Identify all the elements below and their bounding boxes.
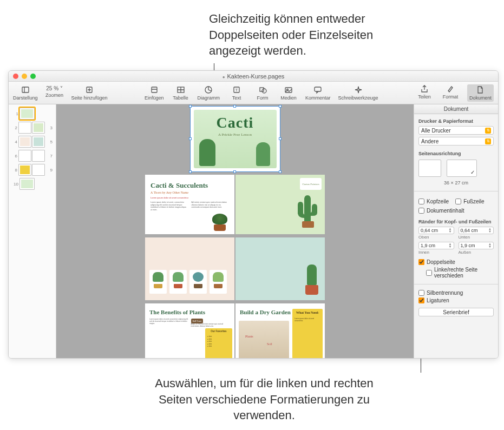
hero-subtitle: A Prickle Free Lesson — [191, 133, 280, 137]
thumbnail-page[interactable] — [32, 150, 45, 162]
printer-select[interactable]: Alle Drucker ⇅ — [418, 126, 494, 135]
comment-button[interactable]: Kommentar — [305, 85, 331, 101]
selection-handle[interactable] — [189, 105, 192, 108]
portrait-button[interactable] — [418, 160, 441, 177]
document-page[interactable]: The Past +Future ofSucculents Lorem ipsu… — [145, 237, 234, 300]
page-spread: The Past +Future ofSucculents Lorem ipsu… — [145, 237, 325, 300]
stepper-arrows-icon[interactable]: ▲▼ — [488, 243, 492, 248]
page-heading: The Benefits of Plants — [145, 303, 234, 317]
thumbnail-page[interactable] — [19, 108, 35, 120]
selection-handle[interactable] — [279, 105, 282, 108]
document-button[interactable]: Dokument — [467, 84, 494, 102]
zoom-select[interactable]: 25 % ˅ Zoomen — [45, 85, 64, 101]
chevron-updown-icon: ⇅ — [485, 138, 491, 144]
callout-bottom-text: Auswählen, um für die linken und rechten… — [140, 375, 389, 424]
table-button[interactable]: Tabelle — [172, 85, 190, 101]
thumbnail-page[interactable] — [32, 136, 45, 148]
sparkle-icon — [354, 85, 363, 94]
document-page[interactable]: Build a Dry Garden Plants Soil What You … — [235, 303, 325, 358]
chart-icon — [204, 85, 213, 94]
close-icon[interactable] — [13, 74, 18, 79]
margin-bottom-stepper[interactable]: 0,64 cm▲▼ — [459, 227, 494, 234]
thumbnail-row[interactable]: 2 3 — [11, 122, 54, 134]
thumbnail-row[interactable]: 10 — [11, 178, 54, 190]
comment-icon — [313, 85, 322, 94]
photo — [239, 321, 289, 358]
comment-label: Kommentar — [305, 95, 331, 101]
stepper-label: Innen — [418, 250, 454, 255]
document-canvas[interactable]: Cacti A Prickle Free Lesson Ca — [56, 104, 414, 358]
margin-top-stepper[interactable]: 0,64 cm▲▼ — [418, 227, 454, 234]
select-value: Andere — [421, 138, 438, 144]
thumbnail-page[interactable] — [18, 164, 31, 176]
text-columns: Lorem ipsum dolor sit amet, consectetur … — [145, 199, 234, 213]
format-button[interactable]: Format — [441, 84, 460, 102]
thumbnail-row[interactable]: 1 — [11, 108, 54, 120]
document-page[interactable]: Cacti & Succulents A Thorn by Any Other … — [145, 175, 234, 234]
hyphenation-checkbox[interactable]: Silbentrennung — [418, 290, 494, 296]
share-label: Teilen — [418, 94, 431, 100]
add-page-button[interactable]: Seite hinzufügen — [71, 85, 108, 101]
section-label: Seitenausrichtung — [418, 151, 494, 156]
plant-illustration — [212, 214, 228, 232]
document-page[interactable]: The word cactus derives from the Ancient… — [235, 237, 325, 300]
margin-outer-stepper[interactable]: 1,9 cm▲▼ — [459, 242, 494, 249]
toolbar: Darstellung 25 % ˅ Zoomen Seite hinzufüg… — [9, 82, 498, 104]
thumbnail-number: 8 — [11, 168, 17, 173]
document-body-checkbox[interactable]: Dokumentinhalt — [418, 208, 494, 214]
thumbnail-page[interactable] — [32, 122, 45, 134]
selection-handle[interactable] — [189, 170, 192, 173]
stepper-arrows-icon[interactable]: ▲▼ — [449, 228, 452, 233]
landscape-button[interactable]: ✓ — [447, 160, 477, 177]
thumbnail-sidebar[interactable]: 1 2 3 4 5 6 7 8 — [9, 104, 56, 358]
inspector-tab[interactable]: Dokument — [414, 104, 498, 114]
sidebar-panel: Our Favorites ● item● item● item● item● … — [205, 328, 232, 358]
media-button[interactable]: Medien — [279, 85, 298, 101]
thumbnail-page[interactable] — [18, 150, 31, 162]
shape-icon — [258, 85, 267, 94]
thumbnail-page[interactable] — [18, 122, 31, 134]
thumbnail-page[interactable] — [32, 164, 45, 176]
format-label: Format — [443, 94, 459, 100]
share-button[interactable]: Teilen — [415, 84, 434, 102]
document-label: Dokument — [469, 95, 492, 101]
stepper-arrows-icon[interactable]: ▲▼ — [449, 243, 452, 248]
writing-tools-button[interactable]: Schreibwerkzeuge — [338, 85, 378, 101]
zoom-icon[interactable] — [30, 74, 36, 79]
footer-checkbox[interactable]: Fußzeile — [455, 199, 484, 204]
thumbnail-page[interactable] — [19, 178, 35, 190]
selection-handle[interactable] — [233, 170, 236, 173]
mail-merge-button[interactable]: Serienbrief — [418, 308, 494, 316]
selection-handle[interactable] — [189, 137, 192, 140]
header-checkbox[interactable]: Kopfzeile — [418, 199, 449, 204]
different-lr-checkbox[interactable]: Linke/rechte Seite verschieden — [426, 267, 494, 279]
thumbnail-page[interactable] — [18, 136, 31, 148]
thumbnail-number: 6 — [11, 154, 17, 158]
selection-handle[interactable] — [279, 137, 282, 140]
ligatures-checkbox[interactable]: Ligaturen — [418, 297, 494, 303]
chart-button[interactable]: Diagramm — [198, 85, 220, 101]
text-button[interactable]: T Text — [227, 85, 246, 101]
plus-icon — [85, 85, 94, 94]
selection-handle[interactable] — [279, 170, 282, 173]
stepper-value: 1,9 cm — [461, 243, 475, 248]
paper-select[interactable]: Andere ⇅ — [418, 137, 494, 145]
selection-handle[interactable] — [233, 105, 236, 108]
minimize-icon[interactable] — [22, 74, 27, 79]
facing-pages-checkbox[interactable]: Doppelseite — [418, 259, 494, 265]
stepper-arrows-icon[interactable]: ▲▼ — [488, 228, 492, 233]
document-page[interactable]: Cacti A Prickle Free Lesson — [191, 107, 280, 171]
thumbnail-row[interactable]: 6 7 — [11, 150, 54, 162]
page-spread: Cacti & Succulents A Thorn by Any Other … — [145, 175, 325, 234]
margin-inner-stepper[interactable]: 1,9 cm▲▼ — [418, 242, 454, 249]
shape-button[interactable]: Form — [253, 85, 272, 101]
text-columns: Lorem ipsum dolor sit amet consectetur a… — [145, 317, 234, 329]
view-button[interactable]: Darstellung — [13, 85, 38, 101]
insert-button[interactable]: Einfügen — [145, 85, 164, 101]
thumbnail-row[interactable]: 4 5 — [11, 136, 54, 148]
document-page[interactable]: Cactus Pointers The Succulent Parts Lore… — [235, 175, 325, 234]
checkbox-label: Doppelseite — [427, 259, 455, 265]
document-page[interactable]: The Benefits of Plants Lorem ipsum dolor… — [145, 303, 234, 358]
thumbnail-row[interactable]: 8 9 — [11, 164, 54, 176]
svg-rect-18 — [302, 221, 314, 228]
